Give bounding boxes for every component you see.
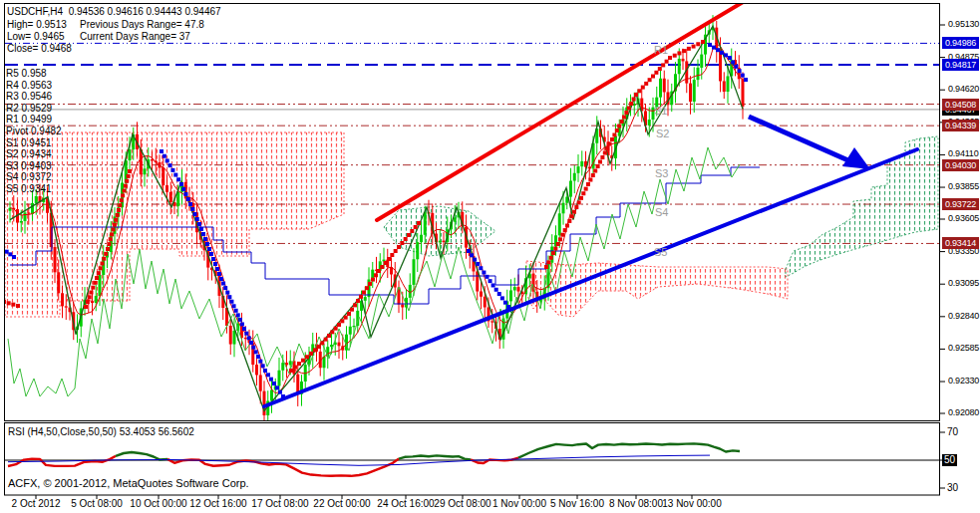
rsi-level-badge: 50 (942, 454, 957, 466)
trend-dot (117, 208, 121, 212)
trend-dot (297, 362, 301, 366)
trend-dot (227, 295, 231, 299)
trend-dot (109, 237, 113, 241)
trend-dot (549, 256, 553, 260)
trend-dot (629, 102, 633, 106)
trend-dot (176, 177, 180, 181)
trend-dot (199, 227, 203, 231)
trend-dot (97, 271, 101, 275)
trend-dot (579, 196, 583, 200)
candle-body (700, 55, 703, 68)
candle-body (573, 173, 576, 181)
trend-dot (221, 282, 225, 286)
trend-dot (193, 212, 197, 216)
trend-dot (106, 247, 110, 251)
trend-dot (651, 75, 655, 79)
time-axis-label[interactable]: 5 Oct 08:00 (71, 498, 123, 509)
trend-dot (112, 228, 116, 232)
candle-body (162, 167, 164, 185)
candle-body (509, 290, 512, 301)
trend-dot (344, 316, 348, 320)
pivot-level-label: S3 0.9403 (6, 160, 52, 171)
trend-dot (682, 49, 686, 53)
trend-dot (588, 178, 592, 182)
trend-dot (417, 221, 421, 225)
projection-arrow-shaft[interactable] (749, 117, 850, 161)
candle-body (420, 235, 423, 242)
trend-dot (384, 261, 388, 265)
candle-body (648, 120, 651, 126)
trend-dot (565, 224, 569, 228)
price-axis-label: 0.93605 (948, 214, 979, 224)
level-price-badge: 0.94508 (942, 99, 979, 111)
time-axis-label[interactable]: 2 Oct 2012 (12, 498, 61, 509)
trend-dot (91, 286, 95, 290)
trend-dot (394, 249, 398, 253)
price-axis-label: 0.93095 (948, 279, 979, 289)
trend-dot (229, 300, 233, 304)
support-trendline[interactable] (264, 149, 917, 406)
time-axis-label[interactable]: 12 Oct 16:00 (189, 498, 246, 509)
trend-dot (397, 245, 401, 249)
pivot-level-label: S4 0.9372 (6, 171, 52, 182)
time-axis-label[interactable]: 17 Oct 08:00 (251, 498, 308, 509)
trend-dot (261, 364, 265, 368)
candle-body (95, 296, 98, 303)
trend-dot (88, 295, 92, 299)
trend-dot (305, 355, 309, 359)
trend-dot (225, 291, 229, 295)
time-axis-label[interactable]: 1 Nov 00:00 (492, 498, 546, 509)
trend-dot (11, 303, 15, 307)
high-label: High= 0.9513 (7, 19, 67, 30)
chart-level-tag-s5: S5 (654, 246, 667, 258)
candle-body (480, 292, 483, 297)
trend-dot (324, 338, 328, 342)
candle-body (693, 80, 696, 102)
trend-dot (353, 303, 357, 307)
resistance-trendline[interactable] (377, 1, 745, 220)
trend-dot (320, 341, 324, 345)
time-axis-label[interactable]: 5 Nov 16:00 (550, 498, 604, 509)
trend-dot (90, 291, 94, 295)
level-price-badge: 0.94817 (942, 59, 979, 71)
trend-dot (118, 203, 122, 207)
candle-body (353, 326, 356, 327)
trend-dot (641, 86, 645, 90)
trend-dot (497, 292, 501, 296)
trend-dot (289, 369, 293, 373)
chart-level-tag-s3: S3 (655, 167, 668, 179)
trend-dot (179, 182, 183, 186)
trend-dot (247, 336, 251, 340)
trend-dot (236, 313, 240, 317)
time-axis-label[interactable]: 13 Nov 00:00 (662, 498, 722, 509)
pivot-level-label: R1 0.9499 (6, 114, 52, 125)
candle-body (129, 149, 132, 160)
trend-dot (99, 266, 103, 270)
trend-dot (107, 242, 111, 246)
trend-dot (654, 71, 658, 75)
candle-body (27, 212, 30, 213)
trend-dot (661, 63, 665, 67)
candle-body (57, 272, 60, 293)
pivot-level-label: R3 0.9546 (6, 91, 52, 102)
trend-dot (219, 277, 223, 281)
pivot-level-label: R4 0.9563 (6, 80, 52, 91)
trend-dot (617, 125, 621, 128)
candle-body (727, 76, 730, 92)
trend-dot (720, 51, 724, 55)
time-axis-label[interactable]: 22 Oct 00:00 (313, 498, 370, 509)
candle-body (281, 363, 284, 371)
pivot-level-label: R2 0.9529 (6, 103, 52, 114)
candle-body (35, 196, 38, 203)
time-axis-label[interactable]: 24 Oct 16:00 (377, 498, 434, 509)
candle-body (54, 247, 57, 272)
candle-body (61, 293, 64, 306)
candle-body (289, 361, 292, 365)
time-axis-label[interactable]: 8 Nov 08:00 (609, 498, 663, 509)
price-axis-label: 0.94620 (948, 85, 979, 95)
trend-dot (7, 301, 11, 305)
trend-dot (560, 233, 564, 237)
trend-dot (170, 168, 174, 172)
time-axis-label[interactable]: 10 Oct 00:00 (130, 498, 186, 509)
time-axis-label[interactable]: 29 Oct 08:00 (434, 498, 490, 509)
